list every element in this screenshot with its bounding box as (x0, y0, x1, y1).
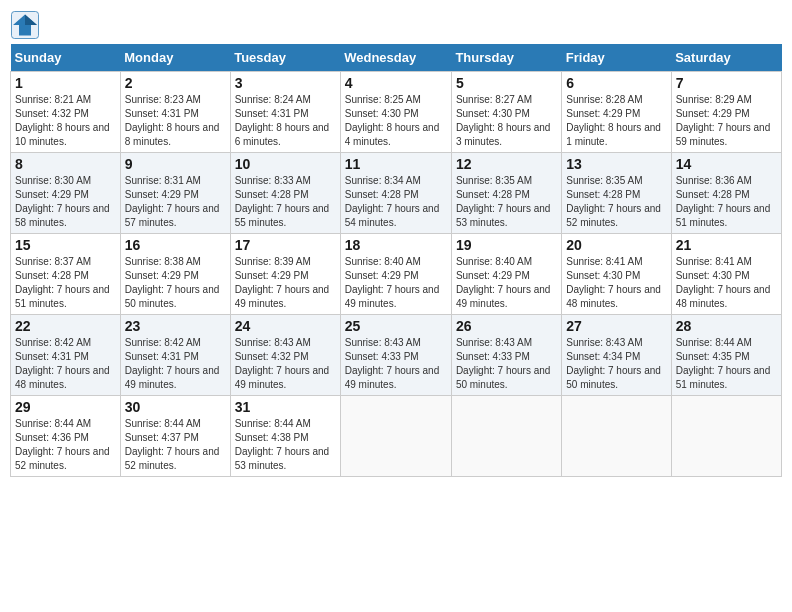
day-info: Sunrise: 8:35 AMSunset: 4:28 PMDaylight:… (456, 174, 557, 230)
day-info: Sunrise: 8:41 AMSunset: 4:30 PMDaylight:… (566, 255, 666, 311)
day-info: Sunrise: 8:41 AMSunset: 4:30 PMDaylight:… (676, 255, 777, 311)
calendar-table: SundayMondayTuesdayWednesdayThursdayFrid… (10, 44, 782, 477)
day-number: 1 (15, 75, 116, 91)
week-row-5: 29Sunrise: 8:44 AMSunset: 4:36 PMDayligh… (11, 396, 782, 477)
calendar-cell: 14Sunrise: 8:36 AMSunset: 4:28 PMDayligh… (671, 153, 781, 234)
day-number: 8 (15, 156, 116, 172)
calendar-cell: 15Sunrise: 8:37 AMSunset: 4:28 PMDayligh… (11, 234, 121, 315)
day-info: Sunrise: 8:44 AMSunset: 4:38 PMDaylight:… (235, 417, 336, 473)
calendar-cell: 21Sunrise: 8:41 AMSunset: 4:30 PMDayligh… (671, 234, 781, 315)
week-row-4: 22Sunrise: 8:42 AMSunset: 4:31 PMDayligh… (11, 315, 782, 396)
calendar-cell: 26Sunrise: 8:43 AMSunset: 4:33 PMDayligh… (451, 315, 561, 396)
calendar-cell: 3Sunrise: 8:24 AMSunset: 4:31 PMDaylight… (230, 72, 340, 153)
weekday-header-monday: Monday (120, 44, 230, 72)
day-number: 7 (676, 75, 777, 91)
day-number: 12 (456, 156, 557, 172)
day-info: Sunrise: 8:33 AMSunset: 4:28 PMDaylight:… (235, 174, 336, 230)
day-number: 23 (125, 318, 226, 334)
calendar-cell: 8Sunrise: 8:30 AMSunset: 4:29 PMDaylight… (11, 153, 121, 234)
day-number: 4 (345, 75, 447, 91)
day-info: Sunrise: 8:43 AMSunset: 4:33 PMDaylight:… (456, 336, 557, 392)
calendar-cell: 31Sunrise: 8:44 AMSunset: 4:38 PMDayligh… (230, 396, 340, 477)
day-info: Sunrise: 8:34 AMSunset: 4:28 PMDaylight:… (345, 174, 447, 230)
week-row-1: 1Sunrise: 8:21 AMSunset: 4:32 PMDaylight… (11, 72, 782, 153)
day-number: 27 (566, 318, 666, 334)
day-number: 5 (456, 75, 557, 91)
day-info: Sunrise: 8:39 AMSunset: 4:29 PMDaylight:… (235, 255, 336, 311)
weekday-header-thursday: Thursday (451, 44, 561, 72)
day-number: 28 (676, 318, 777, 334)
day-info: Sunrise: 8:40 AMSunset: 4:29 PMDaylight:… (345, 255, 447, 311)
week-row-3: 15Sunrise: 8:37 AMSunset: 4:28 PMDayligh… (11, 234, 782, 315)
day-info: Sunrise: 8:43 AMSunset: 4:34 PMDaylight:… (566, 336, 666, 392)
day-info: Sunrise: 8:44 AMSunset: 4:37 PMDaylight:… (125, 417, 226, 473)
day-number: 2 (125, 75, 226, 91)
day-info: Sunrise: 8:21 AMSunset: 4:32 PMDaylight:… (15, 93, 116, 149)
day-info: Sunrise: 8:37 AMSunset: 4:28 PMDaylight:… (15, 255, 116, 311)
calendar-cell (451, 396, 561, 477)
day-info: Sunrise: 8:38 AMSunset: 4:29 PMDaylight:… (125, 255, 226, 311)
calendar-cell: 7Sunrise: 8:29 AMSunset: 4:29 PMDaylight… (671, 72, 781, 153)
day-info: Sunrise: 8:25 AMSunset: 4:30 PMDaylight:… (345, 93, 447, 149)
calendar-cell: 24Sunrise: 8:43 AMSunset: 4:32 PMDayligh… (230, 315, 340, 396)
calendar-cell: 22Sunrise: 8:42 AMSunset: 4:31 PMDayligh… (11, 315, 121, 396)
day-info: Sunrise: 8:28 AMSunset: 4:29 PMDaylight:… (566, 93, 666, 149)
calendar-cell: 29Sunrise: 8:44 AMSunset: 4:36 PMDayligh… (11, 396, 121, 477)
day-info: Sunrise: 8:42 AMSunset: 4:31 PMDaylight:… (125, 336, 226, 392)
day-number: 18 (345, 237, 447, 253)
calendar-cell: 11Sunrise: 8:34 AMSunset: 4:28 PMDayligh… (340, 153, 451, 234)
logo-icon (10, 10, 40, 40)
day-number: 26 (456, 318, 557, 334)
weekday-header-friday: Friday (562, 44, 671, 72)
calendar-cell: 27Sunrise: 8:43 AMSunset: 4:34 PMDayligh… (562, 315, 671, 396)
day-info: Sunrise: 8:23 AMSunset: 4:31 PMDaylight:… (125, 93, 226, 149)
day-number: 9 (125, 156, 226, 172)
calendar-cell: 16Sunrise: 8:38 AMSunset: 4:29 PMDayligh… (120, 234, 230, 315)
day-info: Sunrise: 8:43 AMSunset: 4:33 PMDaylight:… (345, 336, 447, 392)
day-info: Sunrise: 8:29 AMSunset: 4:29 PMDaylight:… (676, 93, 777, 149)
day-info: Sunrise: 8:43 AMSunset: 4:32 PMDaylight:… (235, 336, 336, 392)
day-info: Sunrise: 8:24 AMSunset: 4:31 PMDaylight:… (235, 93, 336, 149)
day-info: Sunrise: 8:31 AMSunset: 4:29 PMDaylight:… (125, 174, 226, 230)
day-number: 16 (125, 237, 226, 253)
calendar-cell: 1Sunrise: 8:21 AMSunset: 4:32 PMDaylight… (11, 72, 121, 153)
weekday-header-saturday: Saturday (671, 44, 781, 72)
day-info: Sunrise: 8:42 AMSunset: 4:31 PMDaylight:… (15, 336, 116, 392)
day-number: 24 (235, 318, 336, 334)
day-info: Sunrise: 8:36 AMSunset: 4:28 PMDaylight:… (676, 174, 777, 230)
calendar-cell: 5Sunrise: 8:27 AMSunset: 4:30 PMDaylight… (451, 72, 561, 153)
day-number: 15 (15, 237, 116, 253)
logo (10, 10, 44, 40)
calendar-cell: 6Sunrise: 8:28 AMSunset: 4:29 PMDaylight… (562, 72, 671, 153)
calendar-cell: 25Sunrise: 8:43 AMSunset: 4:33 PMDayligh… (340, 315, 451, 396)
calendar-cell: 10Sunrise: 8:33 AMSunset: 4:28 PMDayligh… (230, 153, 340, 234)
calendar-cell: 9Sunrise: 8:31 AMSunset: 4:29 PMDaylight… (120, 153, 230, 234)
day-number: 3 (235, 75, 336, 91)
day-info: Sunrise: 8:30 AMSunset: 4:29 PMDaylight:… (15, 174, 116, 230)
calendar-cell: 12Sunrise: 8:35 AMSunset: 4:28 PMDayligh… (451, 153, 561, 234)
day-number: 31 (235, 399, 336, 415)
calendar-cell: 18Sunrise: 8:40 AMSunset: 4:29 PMDayligh… (340, 234, 451, 315)
calendar-cell: 23Sunrise: 8:42 AMSunset: 4:31 PMDayligh… (120, 315, 230, 396)
day-info: Sunrise: 8:40 AMSunset: 4:29 PMDaylight:… (456, 255, 557, 311)
calendar-cell: 2Sunrise: 8:23 AMSunset: 4:31 PMDaylight… (120, 72, 230, 153)
day-number: 10 (235, 156, 336, 172)
calendar-cell: 28Sunrise: 8:44 AMSunset: 4:35 PMDayligh… (671, 315, 781, 396)
day-number: 19 (456, 237, 557, 253)
calendar-cell: 13Sunrise: 8:35 AMSunset: 4:28 PMDayligh… (562, 153, 671, 234)
page-header (10, 10, 782, 40)
week-row-2: 8Sunrise: 8:30 AMSunset: 4:29 PMDaylight… (11, 153, 782, 234)
calendar-cell: 30Sunrise: 8:44 AMSunset: 4:37 PMDayligh… (120, 396, 230, 477)
day-info: Sunrise: 8:27 AMSunset: 4:30 PMDaylight:… (456, 93, 557, 149)
weekday-header-tuesday: Tuesday (230, 44, 340, 72)
calendar-body: 1Sunrise: 8:21 AMSunset: 4:32 PMDaylight… (11, 72, 782, 477)
calendar-cell (340, 396, 451, 477)
weekday-header-sunday: Sunday (11, 44, 121, 72)
day-number: 6 (566, 75, 666, 91)
calendar-cell: 17Sunrise: 8:39 AMSunset: 4:29 PMDayligh… (230, 234, 340, 315)
day-number: 30 (125, 399, 226, 415)
day-number: 25 (345, 318, 447, 334)
day-number: 20 (566, 237, 666, 253)
day-number: 11 (345, 156, 447, 172)
day-info: Sunrise: 8:35 AMSunset: 4:28 PMDaylight:… (566, 174, 666, 230)
